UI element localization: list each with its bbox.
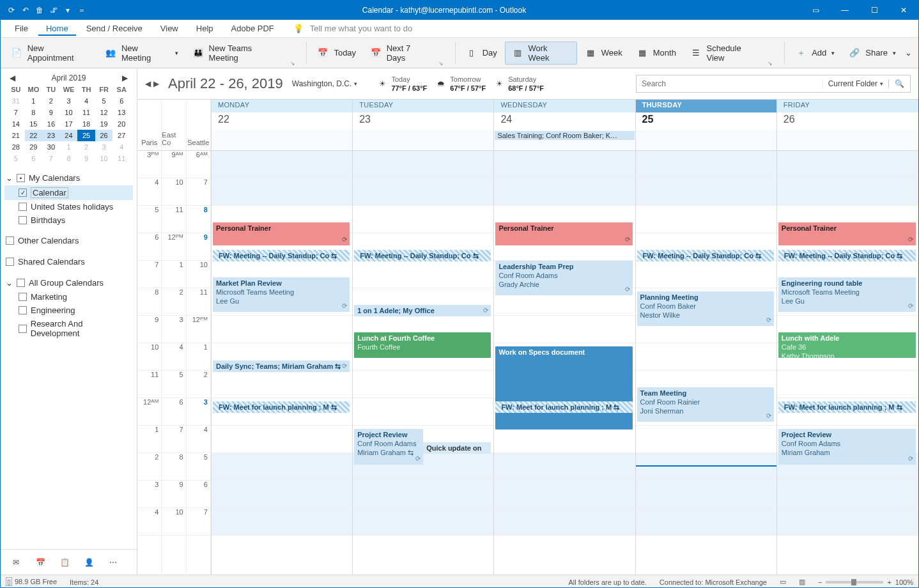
checkbox-icon[interactable]	[19, 306, 27, 314]
calendar-event[interactable]: Planning MeetingConf Room BakerNestor Wi…	[637, 291, 774, 326]
mini-day[interactable]: 23	[42, 130, 60, 141]
calendar-event[interactable]: Leadership Team PrepConf Room AdamsGrady…	[495, 261, 632, 295]
search-scope[interactable]: Current Folder ▾	[822, 79, 888, 88]
mini-day[interactable]: 14	[7, 118, 25, 130]
add-button[interactable]: ＋Add▾	[789, 42, 841, 65]
qat-dropdown-icon[interactable]: ▾	[62, 4, 73, 16]
group-launcher-new[interactable]: ↘	[290, 60, 299, 66]
checkbox-icon[interactable]	[19, 203, 27, 211]
mini-day[interactable]: 10	[60, 107, 78, 118]
undo-icon[interactable]: ↶	[20, 4, 31, 16]
checkbox-icon[interactable]	[19, 293, 27, 301]
mini-day[interactable]: 13	[112, 107, 130, 118]
mini-day[interactable]: 19	[95, 118, 113, 130]
mini-day[interactable]: 1	[25, 95, 43, 107]
tree-my-calendars[interactable]: ⌄▪My Calendars	[4, 171, 133, 185]
calendar-event[interactable]: Work on Specs document	[495, 346, 632, 429]
checkbox-icon[interactable]	[6, 236, 14, 245]
calendar-event[interactable]: Engineering round tableMicrosoft Teams M…	[778, 277, 916, 312]
share-button[interactable]: 🔗Share▾	[842, 42, 902, 65]
calendar-event[interactable]: FW: Meeting -- Daily Standup; Co ⇆	[354, 250, 491, 261]
mini-day[interactable]: 27	[112, 130, 130, 141]
calendar-event[interactable]: FW: Meet for launch planning ; M ⇆	[778, 401, 916, 413]
menu-help[interactable]: Help	[189, 21, 221, 36]
mini-day[interactable]: 24	[60, 130, 78, 141]
calendar-item-marketing[interactable]: Marketing	[4, 290, 133, 304]
mini-day[interactable]: 3	[95, 141, 113, 153]
mini-day[interactable]: 31	[7, 95, 25, 107]
search-input[interactable]	[637, 79, 822, 88]
checkbox-icon[interactable]	[19, 325, 27, 333]
tell-me[interactable]: 💡 Tell me what you want to do	[293, 24, 412, 33]
calendar-item-engineering[interactable]: Engineering	[4, 304, 133, 317]
mini-day[interactable]: 11	[77, 107, 95, 118]
mini-day[interactable]: 6	[25, 153, 43, 164]
search-box[interactable]: Current Folder ▾ 🔍	[636, 75, 911, 93]
day-button[interactable]: ▯Day	[460, 42, 504, 65]
calendar-event[interactable]: Lunch with AdeleCafe 36Kathy Thompson	[778, 332, 916, 358]
calendar-event[interactable]: FW: Meeting -- Daily Standup; Co ⇆	[213, 250, 350, 261]
mini-calendar[interactable]: ◀ April 2019 ▶ SUMOTUWETHFRSA 3112345678…	[1, 68, 137, 167]
calendar-event[interactable]: Quick update on	[423, 442, 491, 454]
calendar-event[interactable]: FW: Meet for launch planning ; M ⇆	[495, 401, 632, 413]
mini-day[interactable]: 26	[95, 130, 113, 141]
mini-day[interactable]: 15	[25, 118, 43, 130]
day-column[interactable]: TUESDAY23FW: Meeting -- Daily Standup; C…	[353, 100, 494, 575]
new-meeting-button[interactable]: 👥New Meeting▾	[98, 42, 185, 65]
tree-other-calendars[interactable]: Other Calendars	[4, 233, 133, 248]
mini-day[interactable]: 22	[25, 130, 43, 141]
menu-sendreceive[interactable]: Send / Receive	[79, 21, 150, 36]
more-icon[interactable]: ⋯	[107, 556, 120, 569]
day-column[interactable]: FRIDAY26Personal Trainer⟳FW: Meeting -- …	[777, 100, 918, 575]
tree-shared-calendars[interactable]: Shared Calendars	[4, 254, 133, 269]
mini-day[interactable]: 30	[42, 141, 60, 153]
qat-customize[interactable]: ＝	[76, 4, 88, 16]
checkbox-icon[interactable]	[6, 258, 14, 266]
day-column[interactable]: MONDAY22Personal Trainer⟳FW: Meeting -- …	[212, 100, 353, 575]
mail-icon[interactable]: ✉	[10, 556, 22, 569]
group-launcher-arrange[interactable]: ↘	[768, 60, 776, 66]
calendar-event[interactable]: Market Plan ReviewMicrosoft Teams Meetin…	[213, 277, 350, 312]
workweek-button[interactable]: ▥Work Week	[505, 42, 577, 65]
calendar-event[interactable]: Daily Sync; Teams; Miriam Graham ⇆⟳	[213, 360, 350, 372]
checkbox-icon[interactable]	[17, 279, 25, 287]
menu-home[interactable]: Home	[38, 21, 76, 36]
location-dropdown[interactable]: Washington, D.C. ▾	[292, 79, 358, 88]
ribbon-collapse[interactable]: ⌄	[904, 42, 913, 65]
menu-file[interactable]: File	[7, 21, 36, 36]
mini-day[interactable]: 7	[42, 153, 60, 164]
mini-day[interactable]: 7	[7, 107, 25, 118]
mini-day[interactable]: 17	[60, 118, 78, 130]
view-reading-icon[interactable]: ▥	[799, 578, 805, 586]
month-button[interactable]: ▦Month	[630, 42, 683, 65]
mini-day[interactable]: 5	[7, 153, 25, 164]
view-normal-icon[interactable]: ▭	[780, 578, 786, 586]
mini-day[interactable]: 11	[112, 153, 130, 164]
mini-day[interactable]: 5	[95, 95, 113, 107]
calendar-item-birthdays[interactable]: Birthdays	[4, 213, 133, 227]
calendar-event[interactable]: Personal Trainer⟳	[213, 222, 350, 245]
mini-day[interactable]: 16	[42, 118, 60, 130]
weather-saturday[interactable]: ☀Saturday68°F / 57°F	[496, 75, 544, 93]
allday-event[interactable]: Sales Training; Conf Room Baker; K…	[495, 131, 634, 140]
zoom-out-icon[interactable]: −	[818, 578, 822, 586]
mini-day[interactable]: 6	[112, 95, 130, 107]
mini-day[interactable]: 28	[7, 141, 25, 153]
new-appointment-button[interactable]: 📄New Appointment	[4, 42, 97, 65]
zoom-control[interactable]: − + 100%	[818, 578, 913, 586]
mini-day[interactable]: 10	[95, 153, 113, 164]
weather-tomorrow[interactable]: 🌧Tomorrow67°F / 57°F	[437, 75, 486, 93]
calendar-item-rnd[interactable]: Research And Development	[4, 317, 133, 340]
calendar-event[interactable]: Personal Trainer⟳	[778, 222, 916, 245]
ribbon-display-button[interactable]: ▭	[801, 1, 830, 20]
next7-button[interactable]: 📅Next 7 Days	[364, 42, 437, 65]
calendar-event[interactable]: FW: Meeting -- Daily Standup; Co ⇆	[778, 250, 916, 261]
day-column[interactable]: WEDNESDAY24Sales Training; Conf Room Bak…	[494, 100, 635, 575]
tasks-icon[interactable]: 📋	[58, 556, 71, 569]
calendar-event[interactable]: FW: Meeting -- Daily Standup; Co ⇆	[637, 250, 774, 261]
mini-day[interactable]: 25	[77, 130, 95, 141]
mini-day[interactable]: 3	[60, 95, 78, 107]
attach-icon[interactable]: 🖇	[48, 4, 59, 16]
day-column[interactable]: THURSDAY25FW: Meeting -- Daily Standup; …	[636, 100, 777, 575]
zoom-in-icon[interactable]: +	[887, 578, 891, 586]
